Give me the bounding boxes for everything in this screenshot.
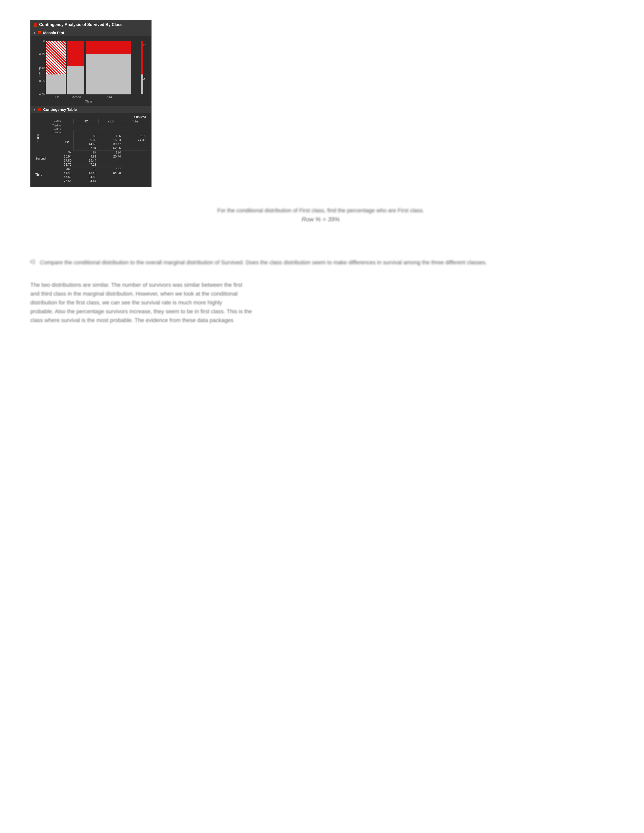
third-no-count: 368 <box>62 167 74 171</box>
second-yes-count: 87 <box>74 150 98 154</box>
mosaic-bars-area <box>46 41 131 95</box>
answer-line-1: The two distributions are similar. The n… <box>30 282 242 288</box>
y-tick-25: 0.25 <box>39 79 45 82</box>
bar-first-no <box>46 74 66 95</box>
second-no-colpct: 17.80 <box>62 159 74 162</box>
third-total-count: 487 <box>98 167 123 171</box>
mosaic-col-first <box>46 41 66 95</box>
mosaic-col-third <box>86 41 131 95</box>
third-no-totalpct: 41.49 <box>62 171 74 175</box>
mosaic-section-header[interactable]: ▼ Mosaic Plot <box>31 29 151 36</box>
first-no-count: 80 <box>74 134 98 138</box>
x-axis-title: Class <box>85 100 92 103</box>
bar-third-no <box>86 54 131 95</box>
x-gap-2 <box>85 95 85 99</box>
x-label-third: Third <box>86 95 131 99</box>
second-class-label: Second <box>34 150 62 167</box>
y-tick-75: 0.75 <box>39 53 45 56</box>
contingency-section-icon <box>38 108 41 111</box>
first-total-totalpct: 24.35 <box>123 138 148 142</box>
first-yes-count: 136 <box>98 134 123 138</box>
total-header: Total <box>123 119 148 124</box>
table-row-second-count: Second 97 87 184 <box>34 150 148 154</box>
second-no-count: 97 <box>62 150 74 154</box>
table-row-first-count: Class First 80 136 216 <box>34 134 148 138</box>
y-tick-100: 1.00 <box>39 39 45 42</box>
mosaic-col-second <box>67 41 84 95</box>
x-gap-1 <box>66 95 67 99</box>
third-yes-rowpct: 24.44 <box>74 179 98 183</box>
count-label: Count <box>34 119 62 124</box>
third-no-colpct: 67.52 <box>62 175 74 179</box>
first-yes-rowpct: 62.96 <box>98 146 123 150</box>
color-strip <box>141 41 143 95</box>
no-header: NO <box>74 119 98 124</box>
first-yes-totalpct: 15.33 <box>98 138 123 142</box>
panel-title-icon <box>34 23 37 26</box>
answer-line-4: probable. Also the percentage survivors … <box>30 308 252 315</box>
survived-header: Survived <box>74 115 148 119</box>
x-axis-labels: First Second Third <box>46 95 131 99</box>
col-gap-2 <box>85 41 85 95</box>
table-row-third-count: Third 368 119 487 <box>34 167 148 171</box>
second-no-rowpct: 52.72 <box>62 162 74 167</box>
first-no-rowpct: 37.04 <box>74 146 98 150</box>
question-b-text: For the conditional distribution of Firs… <box>30 207 611 214</box>
third-no-rowpct: 75.56 <box>62 179 74 183</box>
y-axis: 1.00 0.75 0.50 0.25 0.00 <box>38 41 45 95</box>
mosaic-plot-container: Survived 1.00 0.75 0.50 0.25 0.00 <box>31 36 151 106</box>
contingency-section-header[interactable]: ▼ Contingency Table <box>31 106 151 113</box>
question-b-answer: Row % = 39% <box>30 216 611 223</box>
col-pct-label: Col % <box>34 127 62 130</box>
contingency-table: Survived Count NO YES Total Total % <box>34 115 148 183</box>
first-yes-colpct: 39.77 <box>98 142 123 146</box>
second-no-totalpct: 10.94 <box>62 154 74 159</box>
first-class-label: First <box>62 134 74 150</box>
bar-second-yes <box>67 41 84 66</box>
contingency-table-wrapper: Survived Count NO YES Total Total % <box>31 113 151 187</box>
second-yes-rowpct: 47.28 <box>74 162 98 167</box>
second-yes-totalpct: 9.81 <box>74 154 98 159</box>
x-label-first: First <box>46 95 66 99</box>
total-pct-label: Total % <box>34 124 62 127</box>
third-total-totalpct: 54.90 <box>98 171 123 175</box>
x-label-second: Second <box>67 95 84 99</box>
strip-no <box>141 74 143 95</box>
part-c-prompt: Compare the conditional distribution to … <box>40 258 487 267</box>
contingency-triangle-icon: ▼ <box>33 108 36 111</box>
third-class-label: Third <box>34 167 62 183</box>
second-yes-colpct: 25.44 <box>74 159 98 162</box>
mosaic-plot: Survived 1.00 0.75 0.50 0.25 0.00 <box>33 39 144 105</box>
part-c-answer: The two distributions are similar. The n… <box>30 280 561 325</box>
class-main-label: Class <box>34 134 62 150</box>
analysis-panel: Contingency Analysis of Survived By Clas… <box>30 20 151 187</box>
first-no-colpct: 14.68 <box>74 142 98 146</box>
bar-first-yes <box>46 41 66 74</box>
third-yes-totalpct: 13.42 <box>74 171 98 175</box>
strip-yes <box>141 41 143 74</box>
y-tick-0: 0.00 <box>39 93 45 96</box>
panel-title-bar: Contingency Analysis of Survived By Clas… <box>31 21 151 29</box>
answer-line-2: and third class in the marginal distribu… <box>30 291 238 297</box>
second-total-count: 184 <box>98 150 123 154</box>
third-yes-count: 119 <box>74 167 98 171</box>
row-pct-label: Row % <box>34 130 62 134</box>
yes-header: YES <box>98 119 123 124</box>
answer-line-5: class where survival is the most probabl… <box>30 317 233 323</box>
main-container: Contingency Analysis of Survived By Clas… <box>30 20 611 325</box>
answer-line-3: distribution for the first class, we can… <box>30 299 222 306</box>
part-c-label: c) <box>30 258 35 268</box>
second-total-totalpct: 20.74 <box>98 154 123 159</box>
mosaic-section-title: Mosaic Plot <box>43 31 64 35</box>
contingency-section-title: Contingency Table <box>43 107 77 112</box>
first-total-count: 216 <box>123 134 148 138</box>
third-yes-colpct: 34.80 <box>74 175 98 179</box>
class-spacer <box>62 119 74 124</box>
question-b-section: For the conditional distribution of Firs… <box>30 207 611 223</box>
first-no-totalpct: 9.02 <box>74 138 98 142</box>
bar-third-yes <box>86 41 131 54</box>
bar-second-no <box>67 66 84 95</box>
mosaic-section-icon <box>38 31 41 34</box>
panel-title-text: Contingency Analysis of Survived By Clas… <box>39 23 122 27</box>
part-c-section: c) Compare the conditional distribution … <box>30 248 611 325</box>
